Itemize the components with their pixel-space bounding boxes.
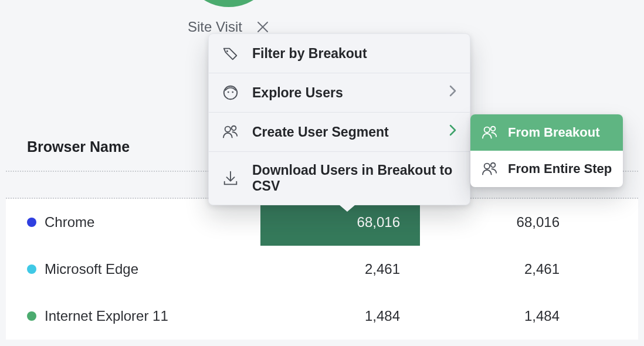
table-row[interactable]: Internet Explorer 11 1,484 1,484	[6, 293, 638, 340]
menu-download-csv[interactable]: Download Users in Breakout to CSV	[209, 152, 470, 205]
users-icon	[222, 123, 239, 141]
row-label: Internet Explorer 11	[45, 308, 168, 324]
menu-label: Explore Users	[252, 85, 343, 101]
svg-point-9	[491, 163, 496, 168]
svg-point-0	[226, 50, 228, 52]
row-value-2: 68,016	[420, 214, 579, 230]
users-icon	[481, 160, 499, 178]
funnel-step-donut	[182, 0, 276, 7]
menu-filter-by-breakout[interactable]: Filter by Breakout	[209, 34, 470, 73]
menu-label: Filter by Breakout	[252, 46, 367, 62]
svg-point-6	[484, 127, 490, 133]
row-value-1: 1,484	[260, 308, 420, 324]
svg-point-5	[232, 126, 236, 131]
svg-point-2	[228, 91, 229, 93]
column-header-browser: Browser Name	[27, 138, 130, 155]
menu-label: Create User Segment	[252, 124, 389, 140]
submenu-label: From Entire Step	[508, 161, 612, 177]
series-dot-icon	[27, 218, 36, 227]
svg-point-8	[484, 164, 490, 169]
users-icon	[481, 124, 499, 141]
svg-point-7	[491, 127, 496, 131]
table-row[interactable]: Chrome 68,016 68,016	[6, 199, 638, 246]
row-label: Microsoft Edge	[45, 261, 138, 277]
svg-point-3	[232, 91, 233, 93]
chevron-right-icon	[449, 84, 457, 101]
submenu-label: From Breakout	[508, 125, 599, 140]
series-dot-icon	[27, 264, 36, 274]
row-value-2: 2,461	[420, 261, 579, 277]
row-value-1: 2,461	[260, 261, 420, 277]
svg-point-4	[225, 127, 231, 132]
chevron-right-icon	[449, 123, 457, 141]
submenu-from-entire-step[interactable]: From Entire Step	[470, 151, 623, 187]
context-menu: Filter by Breakout Explore Users Create …	[208, 33, 470, 205]
menu-explore-users[interactable]: Explore Users	[209, 73, 470, 113]
download-icon	[222, 169, 239, 187]
menu-create-user-segment[interactable]: Create User Segment	[209, 113, 470, 152]
close-icon[interactable]	[256, 21, 269, 33]
table-row[interactable]: Microsoft Edge 2,461 2,461	[6, 246, 638, 293]
row-value-2: 1,484	[420, 308, 579, 324]
step-label: Site Visit	[188, 19, 242, 35]
series-dot-icon	[27, 311, 36, 321]
row-label: Chrome	[45, 214, 94, 230]
face-icon	[222, 84, 239, 101]
step-label-row: Site Visit	[188, 19, 269, 35]
submenu-create-segment: From Breakout From Entire Step	[470, 114, 623, 187]
menu-label: Download Users in Breakout to CSV	[252, 162, 457, 194]
tag-icon	[222, 45, 239, 62]
submenu-from-breakout[interactable]: From Breakout	[470, 114, 623, 151]
